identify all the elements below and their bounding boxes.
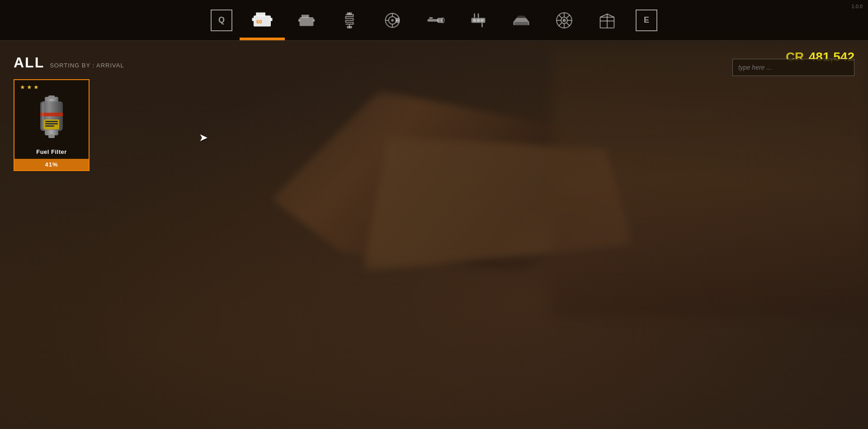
- topbar: Q 60: [0, 0, 868, 41]
- svg-point-47: [562, 19, 566, 22]
- svg-rect-25: [427, 19, 439, 22]
- nav-item-other[interactable]: [585, 0, 628, 40]
- item-name: Fuel Filter: [36, 148, 67, 155]
- nav-items: Q 60: [203, 0, 665, 40]
- svg-rect-10: [307, 14, 309, 18]
- main-content: ALL SORTING BY : ARRIVAL ★ ★ ★: [0, 45, 868, 429]
- svg-line-44: [566, 23, 570, 26]
- svg-rect-1: [256, 12, 259, 16]
- exhaust-icon: [426, 11, 445, 30]
- svg-text:60: 60: [256, 19, 262, 24]
- body-icon: [512, 11, 531, 30]
- svg-rect-60: [48, 134, 55, 138]
- section-title: ALL: [14, 54, 44, 71]
- nav-item-suspension[interactable]: [328, 0, 371, 40]
- svg-line-45: [566, 14, 570, 18]
- q-key-icon: Q: [211, 10, 232, 31]
- item-progress-text: 41%: [45, 161, 58, 168]
- svg-rect-52: [48, 95, 55, 99]
- svg-point-30: [473, 19, 476, 22]
- svg-point-32: [480, 19, 483, 22]
- stars-row: ★ ★ ★: [18, 84, 39, 91]
- star-3: ★: [33, 84, 39, 91]
- item-card-inner: ★ ★ ★: [14, 80, 89, 159]
- nav-item-wheels[interactable]: [542, 0, 585, 40]
- nav-q-button[interactable]: Q: [203, 0, 240, 40]
- sorting-label: SORTING BY : ARRIVAL: [50, 62, 124, 69]
- svg-rect-5: [270, 18, 272, 21]
- box-icon: [598, 11, 617, 30]
- engine-icon: [297, 11, 316, 30]
- svg-point-31: [476, 19, 480, 22]
- svg-rect-56: [45, 121, 58, 122]
- nav-item-brakes[interactable]: [371, 0, 414, 40]
- svg-rect-58: [45, 125, 54, 127]
- svg-point-19: [391, 19, 394, 22]
- nav-item-exhaust[interactable]: [414, 0, 457, 40]
- version-label: 1.0.0: [852, 4, 863, 9]
- svg-rect-16: [347, 26, 352, 28]
- svg-rect-28: [429, 17, 433, 19]
- search-box: [732, 59, 854, 76]
- svg-rect-57: [45, 123, 58, 124]
- svg-rect-9: [304, 14, 307, 18]
- svg-rect-12: [313, 19, 315, 22]
- svg-rect-34: [477, 13, 479, 18]
- nav-item-gearbox[interactable]: [457, 0, 500, 40]
- gearbox-icon: [469, 11, 488, 30]
- svg-rect-7: [299, 17, 313, 26]
- star-1: ★: [20, 84, 25, 91]
- search-input[interactable]: [732, 59, 854, 76]
- item-image: [20, 92, 83, 147]
- svg-rect-15: [347, 12, 352, 14]
- nav-item-all-parts[interactable]: 60: [240, 0, 285, 40]
- nav-e-button[interactable]: E: [628, 0, 665, 40]
- star-2: ★: [27, 84, 32, 91]
- svg-line-43: [558, 14, 561, 18]
- section-header: ALL SORTING BY : ARRIVAL: [14, 54, 854, 71]
- svg-rect-35: [481, 23, 483, 27]
- svg-rect-2: [259, 12, 262, 16]
- svg-rect-24: [396, 18, 399, 23]
- item-progress-area: 41%: [14, 159, 89, 170]
- items-grid: ★ ★ ★: [14, 79, 854, 171]
- svg-rect-61: [42, 103, 44, 129]
- svg-rect-36: [514, 22, 528, 25]
- brake-icon: [383, 11, 402, 30]
- svg-rect-4: [252, 18, 254, 21]
- svg-rect-33: [474, 13, 475, 18]
- coil-icon: [340, 11, 359, 30]
- nav-item-engine[interactable]: [285, 0, 328, 40]
- fuel-filter-image: [31, 95, 72, 144]
- svg-rect-3: [262, 12, 265, 16]
- svg-rect-8: [301, 14, 304, 18]
- e-key-icon: E: [636, 10, 657, 31]
- item-card-fuel-filter[interactable]: ★ ★ ★: [14, 79, 90, 171]
- engine-60-icon: 60: [250, 8, 274, 31]
- wheel-icon: [555, 11, 574, 30]
- nav-item-body[interactable]: [500, 0, 542, 40]
- svg-line-46: [558, 23, 561, 26]
- svg-rect-11: [298, 19, 300, 22]
